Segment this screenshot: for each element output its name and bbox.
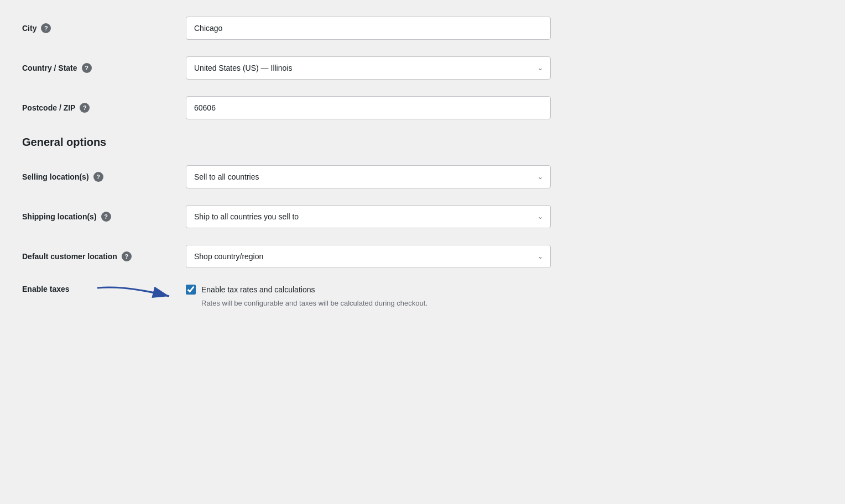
city-label-group: City ? [22, 23, 177, 33]
selling-locations-row: Selling location(s) ? Sell to all countr… [22, 165, 818, 188]
city-row: City ? [22, 17, 818, 40]
enable-taxes-description: Rates will be configurable and taxes wil… [201, 299, 551, 307]
selling-locations-select[interactable]: Sell to all countries Sell to specific c… [186, 165, 551, 188]
shipping-locations-row: Shipping location(s) ? Ship to all count… [22, 205, 818, 228]
general-options-title: General options [22, 136, 818, 149]
enable-taxes-row: Enable taxes Enable tax rates and calcul… [22, 285, 818, 307]
postcode-help-icon[interactable]: ? [80, 103, 90, 113]
country-state-help-icon[interactable]: ? [82, 63, 92, 73]
postcode-label-group: Postcode / ZIP ? [22, 103, 177, 113]
enable-taxes-content: Enable tax rates and calculations Rates … [186, 285, 551, 307]
shipping-locations-help-icon[interactable]: ? [101, 212, 111, 222]
country-state-select-wrapper: United States (US) — Illinois United Sta… [186, 56, 551, 80]
enable-taxes-label: Enable taxes [22, 285, 70, 293]
shipping-locations-label-group: Shipping location(s) ? [22, 212, 177, 222]
country-state-label-group: Country / State ? [22, 63, 177, 73]
shipping-locations-label: Shipping location(s) [22, 212, 97, 221]
default-customer-location-row: Default customer location ? Shop country… [22, 245, 818, 268]
enable-taxes-label-group: Enable taxes [22, 285, 177, 293]
city-label: City [22, 24, 36, 33]
shipping-locations-select-wrapper: Ship to all countries you sell to Ship t… [186, 205, 551, 228]
default-customer-location-select-wrapper: Shop country/region No location by defau… [186, 245, 551, 268]
country-state-select[interactable]: United States (US) — Illinois United Sta… [186, 56, 551, 80]
selling-locations-label: Selling location(s) [22, 172, 89, 181]
postcode-label: Postcode / ZIP [22, 103, 75, 112]
postcode-input[interactable] [186, 96, 551, 119]
enable-taxes-checkbox-label: Enable tax rates and calculations [201, 285, 315, 294]
default-customer-location-select[interactable]: Shop country/region No location by defau… [186, 245, 551, 268]
enable-taxes-checkbox[interactable] [186, 285, 196, 295]
country-state-row: Country / State ? United States (US) — I… [22, 56, 818, 80]
country-state-label: Country / State [22, 64, 77, 72]
city-help-icon[interactable]: ? [41, 23, 51, 33]
selling-locations-select-wrapper: Sell to all countries Sell to specific c… [186, 165, 551, 188]
postcode-row: Postcode / ZIP ? [22, 96, 818, 119]
enable-taxes-checkbox-line: Enable tax rates and calculations [186, 285, 551, 295]
city-input[interactable] [186, 17, 551, 40]
default-customer-location-help-icon[interactable]: ? [122, 251, 132, 261]
selling-locations-label-group: Selling location(s) ? [22, 172, 177, 182]
selling-locations-help-icon[interactable]: ? [93, 172, 103, 182]
default-customer-location-label-group: Default customer location ? [22, 251, 177, 261]
default-customer-location-label: Default customer location [22, 252, 117, 261]
shipping-locations-select[interactable]: Ship to all countries you sell to Ship t… [186, 205, 551, 228]
settings-container: City ? Country / State ? United States (… [22, 17, 818, 324]
